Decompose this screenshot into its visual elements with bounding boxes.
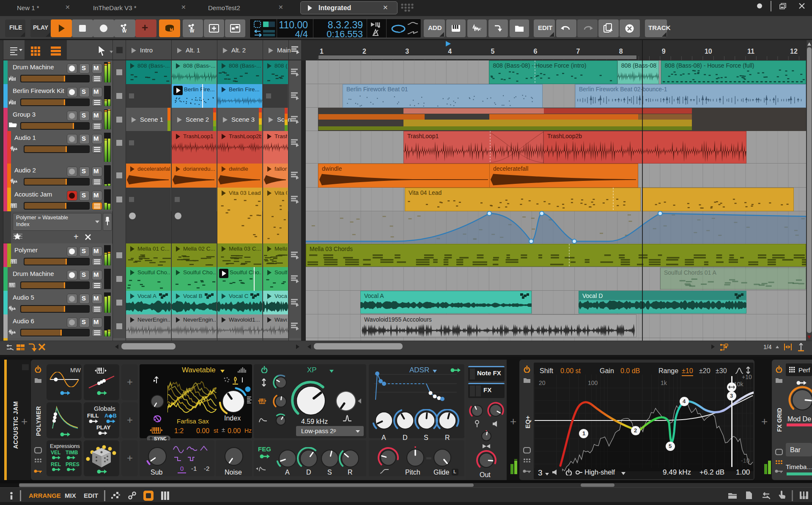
- svg-text:W: W: [190, 28, 195, 33]
- svg-text:W: W: [122, 28, 127, 33]
